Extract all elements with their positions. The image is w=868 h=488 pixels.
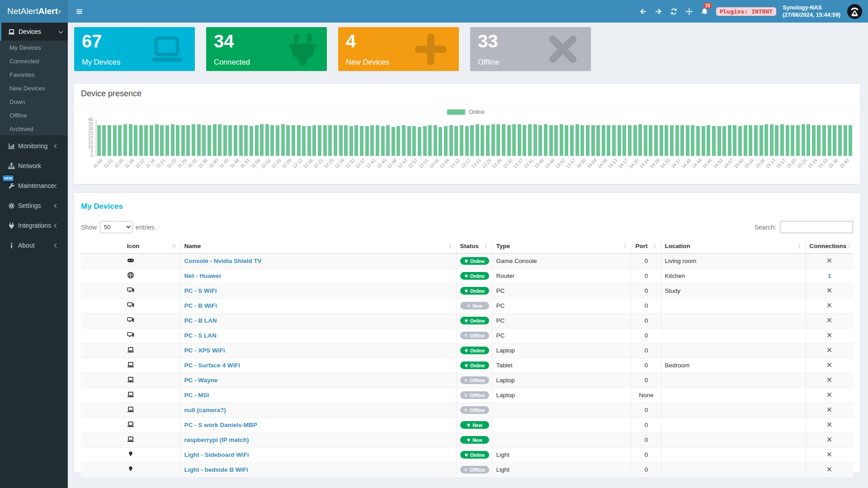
presence-bar <box>202 125 206 156</box>
stat-card-my-devices[interactable]: 67My Devices <box>74 27 195 71</box>
device-port: 0 <box>632 253 661 268</box>
presence-bar <box>134 125 137 156</box>
x-tick-label: 13:57 <box>565 158 576 169</box>
presence-bar <box>381 126 385 156</box>
presence-bar <box>102 125 106 156</box>
stat-card-connected[interactable]: 34Connected <box>206 27 327 71</box>
laptop-icon <box>127 361 134 368</box>
column-header-location[interactable]: Location <box>661 239 806 253</box>
presence-bar <box>775 125 778 156</box>
device-name-link[interactable]: Light - Sideboard WiFi <box>184 451 249 458</box>
device-type: Game Console <box>492 253 632 268</box>
table-row: null (camera?)Offline0 <box>81 403 853 418</box>
presence-bar <box>481 125 484 156</box>
sidebar-subitem-offline[interactable]: Offline <box>0 108 68 122</box>
x-icon <box>826 258 832 263</box>
desktop-icon <box>127 331 134 338</box>
device-name-link[interactable]: PC - Wayne <box>184 377 218 384</box>
sidebar-subitem-connected[interactable]: Connected <box>0 54 68 68</box>
fullscreen-button[interactable] <box>682 0 697 23</box>
x-tick-label: 13:28 <box>491 158 503 169</box>
device-port: 0 <box>632 432 661 447</box>
device-name-link[interactable]: PC - Surface 4 WiFi <box>184 362 241 369</box>
sidebar-toggle-button[interactable] <box>71 0 87 23</box>
logo-text: NetAlert <box>7 6 38 16</box>
device-name-link[interactable]: null (camera?) <box>184 407 226 413</box>
column-header-port[interactable]: Port <box>632 239 661 253</box>
presence-bar <box>576 124 579 156</box>
sidebar-item-settings[interactable]: Settings <box>0 196 68 216</box>
device-connections <box>806 343 853 358</box>
presence-bar <box>181 125 185 156</box>
device-name-link[interactable]: PC - B LAN <box>184 317 217 324</box>
app-logo[interactable]: NetAlertAlertx <box>0 0 68 23</box>
new-version-badge[interactable]: NEW <box>2 174 14 182</box>
presence-bar <box>439 127 442 156</box>
nav-back-button[interactable] <box>636 0 651 23</box>
host-info: Synology-NAS (27/06/2024, 15:44:59) <box>783 4 840 19</box>
chart-bars <box>96 120 853 156</box>
column-header-icon[interactable]: Icon <box>81 239 180 253</box>
device-port: 0 <box>632 358 661 373</box>
plug-icon <box>467 423 471 427</box>
globe-icon <box>127 272 134 279</box>
sidebar-item-network[interactable]: Network <box>0 156 68 176</box>
sidebar-subitem-favorites[interactable]: Favorites <box>0 68 68 81</box>
stat-card-offline[interactable]: 33Offline <box>470 27 591 71</box>
device-name-link[interactable]: PC - MSI <box>184 392 209 399</box>
device-name-link[interactable]: raspberrypi (IP match) <box>184 436 249 443</box>
column-header-type[interactable]: Type <box>492 239 632 253</box>
nav-forward-button[interactable] <box>651 0 666 23</box>
presence-bar <box>691 125 694 156</box>
x-tick-label: 13:52 <box>554 158 566 169</box>
column-header-name[interactable]: Name <box>180 239 456 253</box>
presence-bar <box>197 124 201 156</box>
x-tick-label: 11:01 <box>103 158 114 169</box>
presence-bar <box>213 124 217 156</box>
sidebar-item-monitoring[interactable]: Monitoring <box>0 136 68 156</box>
device-name-link[interactable]: PC - B WiFi <box>184 302 217 309</box>
chart-title: Device presence <box>74 84 860 104</box>
presence-bar <box>365 126 369 156</box>
page-length-select[interactable]: 50 <box>100 221 132 233</box>
notifications-button[interactable]: 15 <box>697 0 712 23</box>
sidebar-item-about[interactable]: About <box>0 235 68 255</box>
presence-bar <box>491 124 495 156</box>
stat-card-new-devices[interactable]: 4New Devices <box>338 27 459 71</box>
column-header-connections[interactable]: Connections <box>806 239 853 253</box>
sidebar-item-integrations[interactable]: Integrations <box>0 216 68 235</box>
device-location <box>661 418 806 432</box>
chart-legend[interactable]: Online <box>79 109 853 115</box>
device-name-link[interactable]: Console - Nvidia Shield TV <box>184 258 262 264</box>
x-icon <box>826 422 832 427</box>
sidebar-subitem-archived[interactable]: Archived <box>0 122 68 136</box>
device-location <box>661 343 806 358</box>
plugins-status-badge[interactable]: Plugins: INTRNT <box>716 7 776 16</box>
plug-icon <box>8 222 15 229</box>
presence-bar <box>528 124 532 156</box>
presence-bar <box>344 125 348 156</box>
sidebar-subitem-my-devices[interactable]: My Devices <box>0 41 68 54</box>
device-name-link[interactable]: Net - Huawei <box>184 272 221 279</box>
table-row: PC - S LANOfflinePC0 <box>81 328 853 343</box>
refresh-button[interactable] <box>666 0 682 23</box>
device-name-link[interactable]: PC - XPS WiFi <box>184 347 225 354</box>
column-header-status[interactable]: Status <box>456 239 492 253</box>
presence-bar <box>786 125 789 156</box>
x-tick-label: 13:08 <box>439 158 450 169</box>
x-tick-label: 12:21 <box>312 158 324 169</box>
device-name-link[interactable]: Light - bedside B WiFi <box>184 466 249 473</box>
plug-icon <box>464 348 468 352</box>
plug-icon <box>467 438 471 442</box>
presence-bar <box>618 125 621 156</box>
x-icon <box>464 333 468 338</box>
search-input[interactable] <box>780 221 853 233</box>
sidebar-item-devices[interactable]: Devices <box>0 23 68 41</box>
sidebar-subitem-new-devices[interactable]: New Devices <box>0 81 68 95</box>
connections-count-link[interactable]: 1 <box>828 272 831 279</box>
user-avatar[interactable] <box>847 4 863 19</box>
device-name-link[interactable]: PC - S WiFi <box>184 287 217 294</box>
device-name-link[interactable]: PC - S LAN <box>184 332 217 339</box>
sidebar-subitem-down[interactable]: Down <box>0 95 68 108</box>
device-name-link[interactable]: PC - S work Daniels-MBP <box>184 422 257 428</box>
